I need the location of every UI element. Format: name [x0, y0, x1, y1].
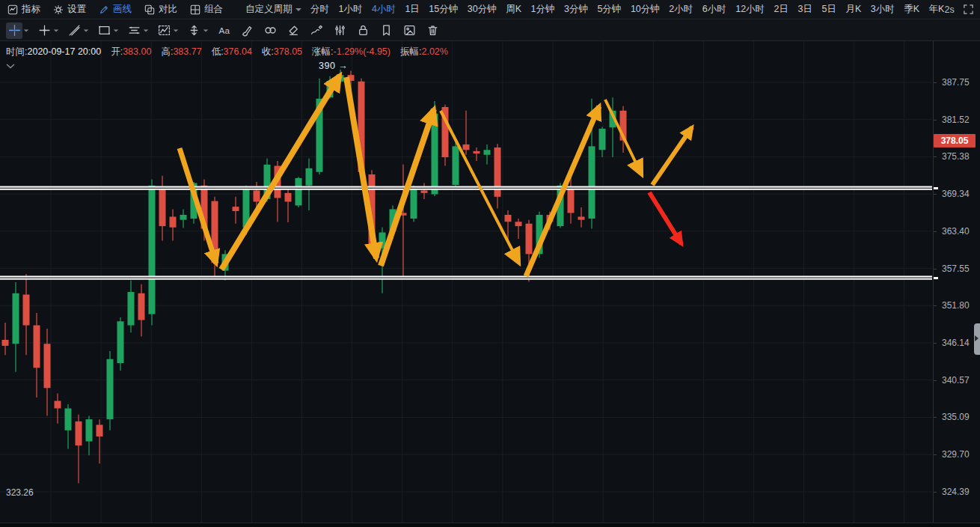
- axis-price-label: 381.52: [942, 115, 970, 125]
- tool-bars-pattern[interactable]: [330, 21, 349, 40]
- yellow-arrow-drawing[interactable]: [221, 76, 340, 269]
- menu-compare[interactable]: 对比: [144, 3, 177, 16]
- refresh-interval-label[interactable]: 2s: [944, 4, 954, 15]
- freehand-icon: [310, 24, 323, 37]
- tool-text[interactable]: Aa: [214, 21, 233, 40]
- axis-price-label: 340.57: [942, 375, 970, 386]
- timeframe-10分钟[interactable]: 10分钟: [631, 3, 660, 16]
- info-segment: 开:383.00: [111, 46, 151, 58]
- axis-price-label: 357.55: [942, 264, 970, 274]
- tool-parallel-channel[interactable]: [124, 21, 150, 40]
- gear-icon: [53, 4, 64, 15]
- timeframe-2日[interactable]: 2日: [774, 3, 788, 16]
- timeframe-1分钟[interactable]: 1分钟: [531, 3, 555, 16]
- candle-body: [295, 178, 302, 205]
- menu-indicator[interactable]: 指标: [7, 3, 40, 16]
- timeframe-分时[interactable]: 分时: [310, 3, 329, 16]
- axis-tick: [934, 120, 937, 121]
- timeframe-5日[interactable]: 5日: [822, 3, 836, 16]
- timeframe-5分钟[interactable]: 5分钟: [597, 3, 621, 16]
- yellow-arrow-drawing[interactable]: [652, 127, 692, 185]
- cross-line-icon: [38, 24, 51, 37]
- timeframe-1小时[interactable]: 1小时: [339, 3, 363, 16]
- horizontal-line-drawings[interactable]: [0, 186, 932, 280]
- panel-expand-handle[interactable]: [974, 323, 980, 355]
- info-segment: 高:383.77: [161, 46, 201, 58]
- candle-body: [76, 421, 82, 445]
- info-segment: 低:376.04: [212, 46, 252, 58]
- axis-tick: [934, 269, 937, 269]
- timeframe-周K[interactable]: 周K: [506, 3, 521, 16]
- price-axis[interactable]: 378.05 387.75381.52375.38369.34363.40357…: [933, 41, 980, 523]
- menu-label: 设置: [67, 3, 86, 16]
- candle-body: [526, 224, 533, 255]
- tool-wave-pattern[interactable]: [154, 21, 180, 40]
- tool-eraser[interactable]: [284, 21, 303, 40]
- timeframe-12小时[interactable]: 12小时: [735, 3, 765, 16]
- candle-body: [568, 189, 575, 213]
- tool-crosshair[interactable]: [4, 21, 31, 40]
- timeframe-1日[interactable]: 1日: [405, 3, 419, 16]
- candle-body: [170, 216, 177, 227]
- timeframe-季K[interactable]: 季K: [904, 3, 919, 16]
- tool-price-range[interactable]: [184, 21, 210, 40]
- price-range-icon: [188, 24, 200, 37]
- axis-tick: [934, 305, 937, 306]
- custom-period-dropdown[interactable]: 自定义周期: [245, 3, 301, 16]
- candle-body: [34, 326, 40, 368]
- menu-label: 组合: [204, 3, 223, 16]
- tool-trend-line[interactable]: [64, 21, 91, 40]
- timeframe-3小时[interactable]: 3小时: [871, 3, 895, 16]
- yellow-arrow-drawing[interactable]: [180, 148, 216, 264]
- collapse-chevron-icon[interactable]: [5, 59, 16, 73]
- timeframe-2小时[interactable]: 2小时: [669, 3, 693, 16]
- timeframe-3分钟[interactable]: 3分钟: [564, 3, 588, 16]
- axis-price-label: 329.70: [942, 449, 970, 460]
- candle-body: [117, 321, 124, 363]
- candle-body: [484, 150, 491, 155]
- candle-body: [86, 419, 93, 441]
- last-price-tag: 378.05: [934, 134, 976, 147]
- candle-body: [13, 293, 19, 344]
- timeframe-4小时[interactable]: 4小时: [372, 3, 396, 16]
- info-segment: 涨幅:-1.29%(-4.95): [312, 46, 391, 58]
- tool-trash[interactable]: [423, 21, 442, 40]
- fullscreen-icon[interactable]: [963, 4, 974, 15]
- candlestick-chart[interactable]: [0, 0, 980, 527]
- chevron-down-icon: [54, 29, 58, 31]
- candle-body: [44, 344, 51, 388]
- axis-tick: [934, 231, 937, 232]
- timeframe-年K[interactable]: 年K: [929, 3, 945, 16]
- tool-brush-erase[interactable]: [237, 21, 257, 40]
- time-axis-strip[interactable]: [0, 523, 980, 527]
- axis-tick: [934, 454, 937, 455]
- timeframe-15分钟[interactable]: 15分钟: [429, 3, 458, 16]
- svg-text:Aa: Aa: [218, 25, 230, 35]
- timeframe-月K[interactable]: 月K: [845, 3, 861, 16]
- tool-freehand[interactable]: [307, 21, 326, 40]
- timeframe-3日[interactable]: 3日: [798, 3, 812, 16]
- chevron-down-icon: [295, 8, 301, 11]
- menu-gear[interactable]: 设置: [53, 3, 86, 16]
- axis-tick: [934, 380, 937, 381]
- info-segment: 振幅:2.02%: [400, 46, 448, 58]
- timeframe-30分钟[interactable]: 30分钟: [468, 3, 497, 16]
- tool-lock[interactable]: [353, 21, 373, 40]
- axis-price-label: 335.09: [942, 412, 970, 422]
- tool-snapshot[interactable]: [399, 21, 419, 40]
- yellow-arrow-drawing[interactable]: [526, 106, 599, 276]
- red-arrow-drawing[interactable]: [649, 192, 682, 244]
- candle-body: [599, 129, 606, 150]
- tool-rectangle[interactable]: [94, 21, 120, 40]
- tool-cross-line[interactable]: [34, 21, 61, 40]
- tool-bookmark[interactable]: [376, 21, 396, 40]
- menu-label: 指标: [22, 3, 40, 16]
- timeframe-6小时[interactable]: 6小时: [702, 3, 726, 16]
- menu-pencil[interactable]: 画线: [99, 3, 132, 16]
- tool-link[interactable]: [260, 21, 280, 40]
- eraser-icon: [287, 24, 300, 37]
- candle-body: [453, 146, 459, 185]
- menu-layout[interactable]: 组合: [190, 3, 223, 16]
- snapshot-icon: [403, 24, 416, 37]
- axis-price-label: 375.38: [942, 151, 970, 162]
